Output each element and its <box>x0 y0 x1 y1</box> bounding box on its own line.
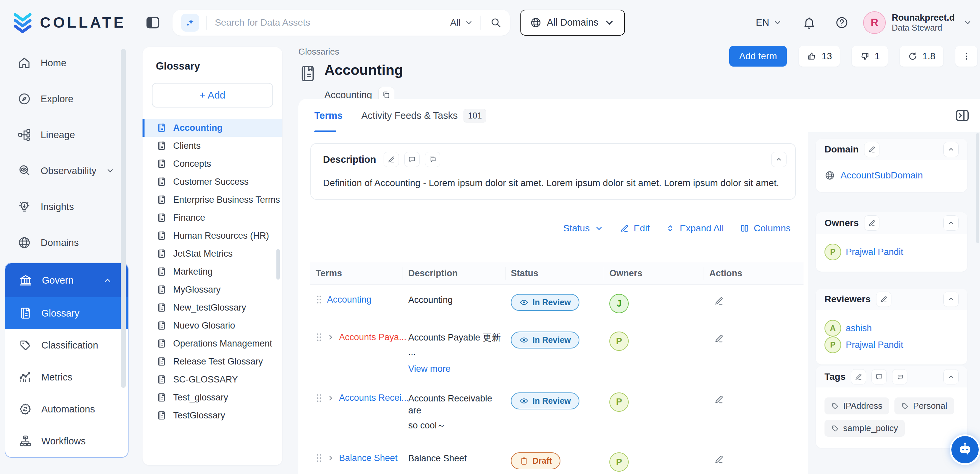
column-header-actions[interactable]: Actions <box>704 262 803 284</box>
pencil-icon[interactable] <box>714 296 724 306</box>
column-header-owners[interactable]: Owners <box>604 262 704 284</box>
edit-table-button[interactable]: Edit <box>620 223 650 234</box>
caret-right-icon[interactable] <box>327 394 334 402</box>
sidebar-scrollbar[interactable] <box>121 49 126 388</box>
column-header-terms[interactable]: Terms <box>310 262 403 284</box>
tab-terms[interactable]: Terms <box>314 99 343 132</box>
breadcrumb[interactable]: Glossaries <box>298 46 403 57</box>
sidebar-item-lineage[interactable]: Lineage <box>0 117 133 153</box>
sidebar-item-glossary[interactable]: Glossary <box>5 297 128 329</box>
term-link[interactable]: Accounts Recei... <box>339 393 409 403</box>
drag-handle-icon[interactable] <box>316 332 322 342</box>
glossary-list-item[interactable]: MyGlossary <box>143 281 282 299</box>
glossary-list-item[interactable]: TestGlossary <box>143 406 282 425</box>
collapse-domain-icon[interactable] <box>943 142 959 157</box>
glossary-list-item[interactable]: JetStat Metrics <box>143 245 282 262</box>
glossary-list-scrollbar[interactable] <box>276 249 280 280</box>
column-header-description[interactable]: Description <box>403 262 506 284</box>
owner-avatar[interactable]: P <box>609 332 629 351</box>
term-link[interactable]: Balance Sheet <box>339 453 398 463</box>
expand-all-button[interactable]: Expand All <box>666 223 724 234</box>
tab-activity-feeds[interactable]: Activity Feeds & Tasks 101 <box>361 99 486 132</box>
glossary-list-item[interactable]: Nuevo Glosario <box>143 317 282 334</box>
sidebar-item-explore[interactable]: Explore <box>0 81 133 117</box>
comment-icon[interactable] <box>872 369 887 385</box>
search-scope-dropdown[interactable]: All <box>450 17 473 28</box>
edit-reviewers-button[interactable] <box>876 291 891 307</box>
downvote-button[interactable]: 1 <box>852 46 888 67</box>
edit-owners-button[interactable] <box>864 215 880 231</box>
collapse-right-panel-icon[interactable] <box>955 108 970 123</box>
tag-pill[interactable]: Personal <box>894 398 954 414</box>
collapse-owners-icon[interactable] <box>943 215 959 231</box>
collate-logo[interactable]: COLLATE <box>12 12 126 33</box>
comments-icon[interactable] <box>892 369 907 385</box>
glossary-list-item[interactable]: Human Resources (HR) <box>143 227 282 245</box>
more-menu-button[interactable] <box>955 46 977 67</box>
edit-description-button[interactable] <box>383 152 399 167</box>
comments-icon[interactable] <box>425 152 440 167</box>
ai-sparkles-icon[interactable] <box>181 14 199 32</box>
glossary-list-item[interactable]: Test_glossary <box>143 388 282 406</box>
pencil-icon[interactable] <box>714 454 724 464</box>
pencil-icon[interactable] <box>714 334 724 344</box>
sidebar-item-observability[interactable]: Observability <box>0 153 133 189</box>
sidebar-item-insights[interactable]: Insights <box>0 189 133 225</box>
chevron-down-icon[interactable] <box>963 18 972 27</box>
pencil-icon[interactable] <box>714 394 724 404</box>
collapse-reviewers-icon[interactable] <box>943 291 959 307</box>
view-more-link[interactable]: View more <box>408 364 502 374</box>
person-link[interactable]: PPrajwal Pandit <box>824 337 904 353</box>
glossary-list-item[interactable]: Release Test Glossary <box>143 353 282 371</box>
tag-pill[interactable]: IPAddress <box>824 398 889 414</box>
notifications-bell-icon[interactable] <box>802 16 816 29</box>
glossary-list-item[interactable]: Enterprise Business Terms <box>143 191 282 209</box>
sidebar-item-knowledge-center[interactable]: Knowledge Center <box>0 472 133 474</box>
term-link[interactable]: Accounts Paya... <box>339 332 407 342</box>
sidebar-toggle-icon[interactable] <box>145 15 161 30</box>
glossary-list-item[interactable]: New_testGlossary <box>143 299 282 317</box>
glossary-list-item[interactable]: SC-GLOSSARY <box>143 371 282 388</box>
term-link[interactable]: Accounting <box>327 294 372 305</box>
glossary-list-item[interactable]: Clients <box>143 137 282 155</box>
drag-handle-icon[interactable] <box>316 393 322 403</box>
collapse-tags-icon[interactable] <box>943 369 959 385</box>
owner-avatar[interactable]: J <box>609 294 629 313</box>
user-info[interactable]: Rounakpreet.d Data Steward <box>892 13 955 33</box>
add-glossary-button[interactable]: + Add <box>152 83 273 108</box>
drag-handle-icon[interactable] <box>316 295 322 304</box>
search-icon[interactable] <box>490 17 501 28</box>
comment-icon[interactable] <box>404 152 420 167</box>
collapse-description-icon[interactable] <box>771 152 786 167</box>
glossary-list-item[interactable]: Operations Management <box>143 334 282 353</box>
caret-right-icon[interactable] <box>327 454 334 462</box>
sidebar-item-workflows[interactable]: Workflows <box>5 425 128 457</box>
add-term-button[interactable]: Add term <box>729 46 787 67</box>
version-button[interactable]: 1.8 <box>900 46 943 67</box>
person-link[interactable]: Aashish <box>824 320 872 337</box>
drag-handle-icon[interactable] <box>316 453 322 463</box>
tag-pill[interactable]: sample_policy <box>824 420 905 437</box>
sidebar-item-classification[interactable]: Classification <box>5 329 128 361</box>
sidebar-item-govern[interactable]: Govern <box>5 263 128 297</box>
edit-domain-button[interactable] <box>864 142 880 157</box>
sidebar-item-domains[interactable]: Domains <box>0 225 133 261</box>
status-filter-dropdown[interactable]: Status <box>563 223 604 234</box>
page-scrollbar[interactable] <box>976 133 979 243</box>
owner-avatar[interactable]: P <box>609 452 629 472</box>
edit-tags-button[interactable] <box>851 369 866 385</box>
chatbot-button[interactable] <box>951 436 978 463</box>
upvote-button[interactable]: 13 <box>799 46 840 67</box>
glossary-list-item[interactable]: Customer Success <box>143 173 282 191</box>
column-header-status[interactable]: Status <box>506 262 604 284</box>
all-domains-button[interactable]: All Domains <box>520 10 625 36</box>
glossary-list-item[interactable]: Concepts <box>143 155 282 173</box>
domain-link[interactable]: AccountSubDomain <box>824 170 959 181</box>
glossary-list-item[interactable]: Marketing <box>143 262 282 281</box>
help-icon[interactable] <box>835 16 848 29</box>
sidebar-item-home[interactable]: Home <box>0 45 133 81</box>
language-dropdown[interactable]: EN <box>756 17 782 28</box>
sidebar-item-automations[interactable]: Automations <box>5 393 128 425</box>
search-input[interactable] <box>214 17 450 28</box>
owner-avatar[interactable]: P <box>609 393 629 412</box>
